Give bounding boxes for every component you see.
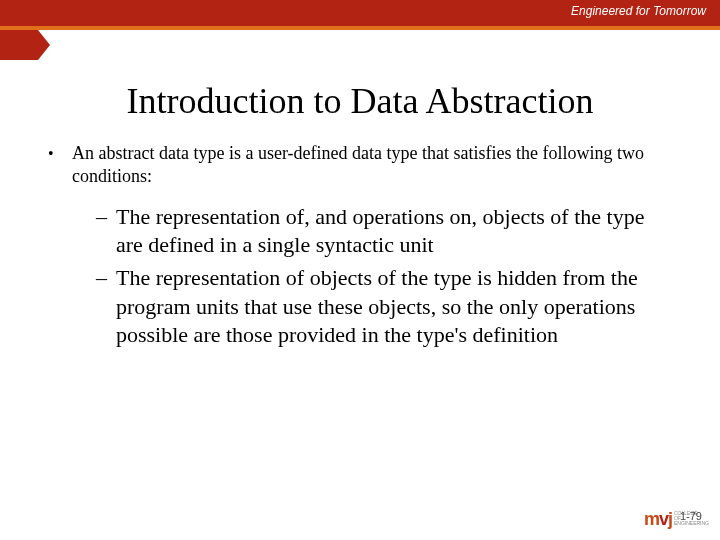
logo: mvj — [644, 509, 672, 530]
slide-title: Introduction to Data Abstraction — [48, 80, 672, 122]
list-item: – The representation of, and operations … — [96, 203, 672, 260]
header-bar: Engineered for Tomorrow — [0, 0, 720, 26]
list-item-text: The representation of objects of the typ… — [116, 264, 672, 350]
dash-icon: – — [96, 264, 116, 350]
intro-text: An abstract data type is a user-defined … — [72, 142, 672, 189]
header-tagline: Engineered for Tomorrow — [571, 4, 706, 18]
intro-bullet: • An abstract data type is a user-define… — [48, 142, 672, 189]
page-number: 1-79 — [680, 510, 702, 522]
slide-content: Introduction to Data Abstraction • An ab… — [0, 30, 720, 350]
sublist: – The representation of, and operations … — [48, 203, 672, 350]
red-tab-decoration — [0, 30, 38, 60]
list-item: – The representation of objects of the t… — [96, 264, 672, 350]
logo-v: v — [659, 509, 668, 529]
dash-icon: – — [96, 203, 116, 260]
logo-m: m — [644, 509, 659, 529]
bullet-dot-icon: • — [48, 142, 72, 189]
list-item-text: The representation of, and operations on… — [116, 203, 672, 260]
logo-j: j — [668, 509, 672, 529]
